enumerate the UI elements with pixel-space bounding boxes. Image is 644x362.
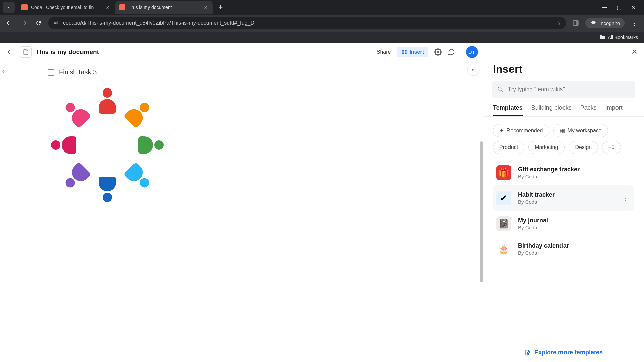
insert-panel: ✕ Insert Templates Building blocks Packs… — [483, 43, 644, 362]
new-tab-button[interactable]: + — [215, 2, 226, 13]
template-title: Gift exchange tracker — [518, 166, 631, 173]
doc-back-button[interactable] — [5, 46, 16, 58]
site-settings-icon[interactable] — [53, 19, 59, 27]
template-item[interactable]: 🎁 Gift exchange tracker By Coda — [493, 160, 634, 185]
page-title[interactable]: This is my document — [36, 48, 99, 56]
template-author: By Coda — [518, 174, 631, 179]
svg-rect-4 — [402, 53, 404, 54]
tab-bar: Coda | Check your email to fin × This is… — [0, 0, 644, 15]
back-button[interactable] — [4, 18, 14, 28]
forward-button[interactable] — [19, 18, 29, 28]
tab-import[interactable]: Import — [605, 104, 623, 116]
template-item[interactable]: ✔ Habit tracker By Coda ⋮ — [493, 185, 634, 211]
expand-sidebar-button[interactable]: » — [1, 68, 5, 75]
incognito-icon — [590, 20, 597, 26]
bookmarks-bar: All Bookmarks — [0, 32, 644, 43]
reload-icon — [35, 20, 42, 26]
comments-button[interactable] — [448, 48, 460, 56]
tab-title: Coda | Check your email to fin — [31, 5, 101, 10]
people-circle-image — [50, 88, 164, 202]
window-controls: ― ▢ ✕ — [602, 4, 641, 11]
template-text: My journal By Coda — [518, 217, 631, 230]
browser-tab-inactive[interactable]: Coda | Check your email to fin × — [17, 1, 115, 14]
svg-point-6 — [437, 51, 439, 53]
svg-rect-1 — [576, 21, 578, 25]
comment-icon — [448, 48, 455, 56]
template-icon: ✔ — [496, 191, 511, 205]
chip-design[interactable]: Design — [569, 141, 598, 154]
maximize-button[interactable]: ▢ — [616, 4, 622, 11]
close-window-button[interactable]: ✕ — [631, 4, 635, 11]
reload-button[interactable] — [34, 18, 44, 28]
collapse-panel-button[interactable]: « — [467, 64, 479, 76]
incognito-chip[interactable]: Incognito — [585, 18, 625, 28]
all-bookmarks-label: All Bookmarks — [608, 35, 638, 40]
chip-marketing[interactable]: Marketing — [528, 141, 565, 154]
side-panel-icon[interactable] — [571, 18, 581, 28]
template-list[interactable]: 🎁 Gift exchange tracker By Coda ✔ Habit … — [483, 157, 644, 343]
star-icon[interactable]: ☆ — [556, 20, 561, 26]
search-doc-icon — [524, 349, 531, 356]
more-icon[interactable]: ⋮ — [621, 194, 631, 202]
chip-product[interactable]: Product — [493, 141, 524, 154]
sparkle-icon: ✦ — [499, 127, 504, 134]
doc-body[interactable]: » « Finish task 3 — [0, 61, 483, 362]
search-icon — [497, 86, 504, 93]
avatar[interactable]: JT — [466, 46, 478, 58]
close-panel-button[interactable]: ✕ — [625, 43, 644, 61]
close-icon[interactable]: × — [203, 4, 209, 10]
doc-icon[interactable] — [20, 46, 32, 58]
document-area: This is my document Share Insert JT » « — [0, 43, 483, 362]
panel-tabs: Templates Building blocks Packs Import — [483, 104, 644, 117]
scrollbar-track — [480, 61, 483, 362]
chip-my-workspace[interactable]: ▦ My workspace — [553, 124, 608, 137]
tab-templates[interactable]: Templates — [493, 104, 523, 116]
page-icon — [23, 49, 29, 55]
all-bookmarks-button[interactable]: All Bookmarks — [599, 34, 638, 40]
svg-rect-5 — [405, 53, 407, 54]
chip-label: Recommended — [506, 128, 543, 134]
minimize-button[interactable]: ― — [602, 4, 607, 11]
search-input[interactable] — [508, 86, 630, 93]
template-author: By Coda — [518, 199, 614, 205]
template-icon: 🎁 — [496, 165, 511, 180]
browser-tab-active[interactable]: This is my document × — [115, 1, 213, 14]
share-button[interactable]: Share — [377, 49, 391, 55]
template-icon: 📓 — [496, 216, 511, 231]
doc-actions: Share Insert JT — [377, 46, 478, 58]
template-title: My journal — [518, 217, 631, 224]
template-text: Birthday calendar By Coda — [518, 242, 631, 256]
checkbox[interactable] — [48, 69, 54, 76]
template-author: By Coda — [518, 225, 631, 230]
task-item[interactable]: Finish task 3 — [48, 68, 442, 76]
explore-label: Explore more templates — [534, 349, 603, 356]
chip-recommended[interactable]: ✦ Recommended — [493, 124, 549, 137]
template-item[interactable]: 📓 My journal By Coda — [493, 211, 634, 236]
search-tabs-button[interactable] — [3, 2, 15, 13]
arrow-right-icon — [20, 19, 28, 27]
url-text: coda.io/d/This-is-my-document_d84Iv0ZibP… — [63, 20, 254, 26]
tab-packs[interactable]: Packs — [580, 104, 597, 116]
explore-more-button[interactable]: Explore more templates — [483, 343, 644, 362]
url-bar[interactable]: coda.io/d/This-is-my-document_d84Iv0ZibP… — [48, 17, 566, 29]
scrollbar-thumb[interactable] — [480, 141, 483, 282]
panel-title: Insert — [483, 61, 644, 81]
close-icon[interactable]: × — [105, 4, 111, 10]
browser-menu-button[interactable]: ⋮ — [629, 19, 640, 27]
grid-plus-icon — [401, 49, 407, 55]
tab-building-blocks[interactable]: Building blocks — [531, 104, 572, 116]
chevron-down-icon — [456, 50, 460, 54]
browser-chrome: Coda | Check your email to fin × This is… — [0, 0, 644, 43]
chip-more[interactable]: +5 — [602, 141, 621, 154]
svg-rect-3 — [405, 50, 407, 51]
coda-favicon-icon — [119, 4, 125, 10]
svg-rect-2 — [402, 50, 404, 51]
template-title: Habit tracker — [518, 191, 614, 198]
search-box[interactable] — [492, 81, 635, 98]
incognito-label: Incognito — [599, 20, 620, 26]
insert-button[interactable]: Insert — [397, 47, 428, 57]
settings-button[interactable] — [434, 48, 442, 56]
template-item[interactable]: 🎂 Birthday calendar By Coda — [493, 236, 634, 262]
coda-favicon-icon — [21, 4, 28, 10]
insert-label: Insert — [409, 49, 424, 55]
